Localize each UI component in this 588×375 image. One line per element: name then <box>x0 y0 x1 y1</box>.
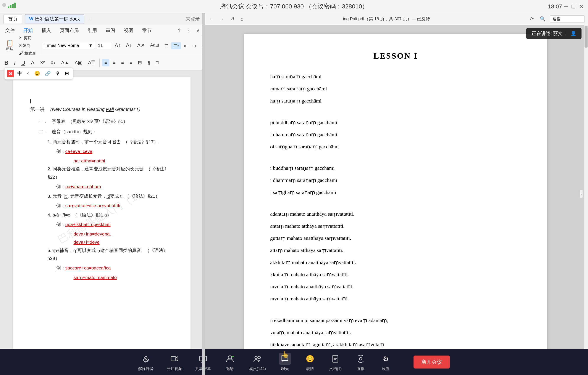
menu-reference[interactable]: 引用 <box>86 26 99 35</box>
menu-chapter[interactable]: 章节 <box>140 26 153 35</box>
shadow-btn[interactable]: A▣ <box>73 59 85 66</box>
more-icon[interactable]: ⋮ <box>186 28 191 33</box>
indent-left-btn[interactable]: ⇤ <box>182 42 190 49</box>
list-btn[interactable]: ☰ <box>162 42 170 49</box>
superscript-btn[interactable]: X² <box>38 59 47 66</box>
subscript-btn[interactable]: X₂ <box>48 59 58 66</box>
dock-members[interactable]: 成员(144) <box>249 353 266 371</box>
highlight-btn[interactable]: A▲ <box>59 59 71 66</box>
ribbon-font-section: Times New Roma ▼ 11 A↑ A↓ A✕ Aa⊞ ☰ ☰• ⇤ … <box>41 41 203 49</box>
font-grow-btn[interactable]: A↑ <box>113 41 123 49</box>
italic-btn[interactable]: I <box>12 59 18 67</box>
bullet-list-btn[interactable]: ☰• <box>171 42 181 49</box>
col-layout-btn[interactable]: ⊟ <box>136 59 144 66</box>
dock-docs[interactable]: 文档(1) <box>329 353 342 371</box>
font-shrink-btn[interactable]: A↓ <box>124 41 134 49</box>
underline-btn[interactable]: U <box>19 59 28 67</box>
font-size-input[interactable]: 11 <box>96 42 111 49</box>
menu-review[interactable]: 审阅 <box>104 26 117 35</box>
pdf-search-btn[interactable]: 🔍 <box>538 15 547 23</box>
bold-btn[interactable]: B <box>2 59 10 67</box>
font-selector[interactable]: Times New Roma ▼ <box>43 42 95 49</box>
dock-settings[interactable]: ⚙ 设置 <box>380 353 392 371</box>
menu-insert[interactable]: 插入 <box>40 26 53 35</box>
dock-emoji[interactable]: 😊 表情 <box>304 353 316 371</box>
bottom-dock: 解除静音 开启视频 共享屏幕 <box>0 349 588 375</box>
login-button[interactable]: 未登录 <box>186 16 200 22</box>
pdf-search-input[interactable]: 速搜 <box>550 15 585 23</box>
align-left-btn[interactable]: ≡ <box>102 59 109 66</box>
members-icon <box>251 353 263 365</box>
pdf-home-btn[interactable]: ⌂ <box>239 15 245 23</box>
doc-sub-5: 5. ṃ+辅音，ṃ可以变成与这个辅音同类的鼻音. （《语法》§39） <box>48 246 173 263</box>
doc-area[interactable]: S 中 ·: 😊 🔗 🎙 ⊞ 巴利语基础入门（1） 第一讲 （New Cours… <box>0 71 203 362</box>
dock-mute[interactable]: 解除静音 <box>138 353 154 371</box>
share-icon[interactable]: ⇑ <box>177 28 181 33</box>
input-emoji2[interactable]: 😊 <box>33 71 41 77</box>
video-label: 开启视频 <box>167 366 182 371</box>
pdf-forward-btn[interactable]: → <box>218 15 226 23</box>
pdf-collapse-btn[interactable]: › <box>579 190 583 198</box>
menu-view[interactable]: 视图 <box>122 26 135 35</box>
leave-meeting-button[interactable]: 离开会议 <box>413 355 450 368</box>
align-center-btn[interactable]: ≡ <box>111 59 118 66</box>
clear-format-btn[interactable]: A✕ <box>135 41 147 49</box>
docs-icon <box>329 353 341 365</box>
input-emoji[interactable]: ·: <box>26 71 31 77</box>
time-display: 18:07 <box>548 3 562 10</box>
minimize-icon[interactable]: ─ <box>564 3 568 10</box>
input-mic[interactable]: 🎙 <box>54 71 62 77</box>
lesson-title: LESSON I <box>270 51 521 61</box>
pdf-scroll-thumb[interactable] <box>585 26 588 48</box>
font-size-controls: A↑ A↓ A✕ Aa⊞ <box>113 41 161 49</box>
sogou-logo[interactable]: S <box>7 71 14 77</box>
indent-right-btn[interactable]: ⇥ <box>191 42 199 49</box>
border-btn[interactable]: □ <box>154 59 161 66</box>
speaking-indicator: 正在讲述: 丽文： 👤 <box>526 28 581 39</box>
dock-chat[interactable]: 聊天 👆 <box>279 353 291 371</box>
paste-btn[interactable]: 📋 粘贴 <box>4 39 16 52</box>
font-extra-btn[interactable]: Aa⊞ <box>148 41 161 49</box>
divider1 <box>99 58 100 67</box>
lang-toggle[interactable]: 中 <box>16 71 23 78</box>
svg-rect-14 <box>333 355 338 362</box>
speaking-label: 正在讲述: 丽文： <box>532 31 567 36</box>
font-color-btn[interactable]: A <box>29 59 37 67</box>
doc-sub-4: 4. a/ā+i/ī=e （《语法》§21 a） <box>48 211 173 219</box>
dock-invite[interactable]: 邀请 <box>224 353 236 371</box>
menu-file[interactable]: 文件 <box>3 26 16 35</box>
font-name-display: Times New Roma <box>45 43 79 48</box>
menu-layout[interactable]: 页面布局 <box>58 26 81 35</box>
tab-doc[interactable]: W 巴利语法第一讲.docx <box>25 14 84 24</box>
pdf-v-scrollbar[interactable] <box>584 25 588 375</box>
svg-point-18 <box>359 357 362 360</box>
align-right-btn[interactable]: ≡ <box>119 59 126 66</box>
tab-bar: 首页 W 巴利语法第一讲.docx + 未登录 <box>0 13 203 25</box>
tab-home[interactable]: 首页 <box>3 14 22 24</box>
format-painter-btn[interactable]: 🖌 格式刷 <box>17 50 38 56</box>
dock-video[interactable]: 开启视频 <box>167 353 182 371</box>
input-grid[interactable]: ⊞ <box>64 71 70 77</box>
copy-btn[interactable]: ⎘ 复制 <box>17 42 38 49</box>
pdf-back-btn[interactable]: ← <box>207 15 215 23</box>
dock-live[interactable]: 直播 <box>355 353 367 371</box>
justify-btn[interactable]: ≡ <box>127 59 135 66</box>
cut-btn[interactable]: ✂ 剪切 <box>17 36 38 41</box>
pdf-refresh-btn[interactable]: ↺ <box>229 15 236 23</box>
pdf-rotate-btn[interactable]: ⟳ <box>528 15 536 23</box>
doc-example-3: 例：saṃvattati+iti=saṃvattattīti. <box>56 202 173 210</box>
mute-icon <box>140 353 152 365</box>
para-mark-btn[interactable]: ¶ <box>145 59 152 66</box>
left-panel: 首页 W 巴利语法第一讲.docx + 未登录 文件 开始 插入 页面布局 引用… <box>0 13 203 375</box>
maximize-icon[interactable]: □ <box>572 3 575 10</box>
panel-resize-handle[interactable] <box>202 13 205 375</box>
input-link[interactable]: 🔗 <box>43 71 52 77</box>
font-fill-btn[interactable]: A░ <box>86 59 97 66</box>
menu-start[interactable]: 开始 <box>22 26 35 35</box>
pdf-content[interactable]: LESSON I haṃ saraṇaṃ gacchāmi mmaṃ saraṇ… <box>203 25 588 375</box>
close-icon[interactable]: ✕ <box>579 3 584 10</box>
collapse-icon[interactable]: ∧ <box>196 28 200 33</box>
add-tab-button[interactable]: + <box>88 16 92 22</box>
settings-label: 设置 <box>382 366 390 371</box>
status-dot <box>2 3 6 7</box>
